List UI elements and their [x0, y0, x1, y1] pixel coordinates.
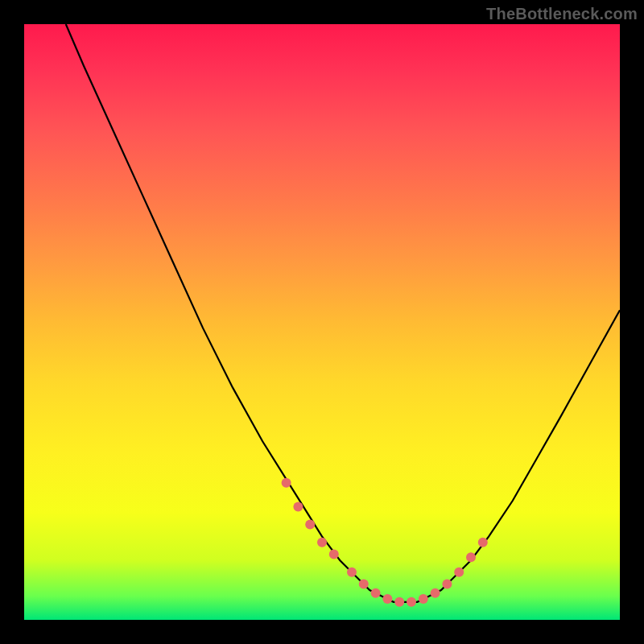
dot: [329, 550, 339, 559]
curve-svg: [24, 24, 620, 620]
dot: [305, 520, 315, 530]
dot: [442, 580, 452, 589]
dot: [454, 568, 464, 577]
plot-area: [24, 24, 620, 620]
chart-container: TheBottleneck.com: [0, 0, 644, 644]
dot: [382, 594, 392, 604]
dot: [431, 588, 440, 598]
dot: [371, 588, 381, 598]
dot: [359, 580, 369, 589]
dot: [478, 538, 488, 547]
dot: [394, 597, 404, 607]
watermark-text: TheBottleneck.com: [486, 5, 638, 23]
dot: [282, 478, 291, 488]
dot: [407, 597, 416, 607]
dot: [466, 552, 476, 562]
dot: [293, 502, 303, 511]
dot: [419, 594, 428, 604]
dot: [347, 568, 357, 577]
highlight-dots: [282, 478, 488, 607]
bottleneck-curve: [66, 24, 620, 602]
dot: [317, 538, 327, 547]
